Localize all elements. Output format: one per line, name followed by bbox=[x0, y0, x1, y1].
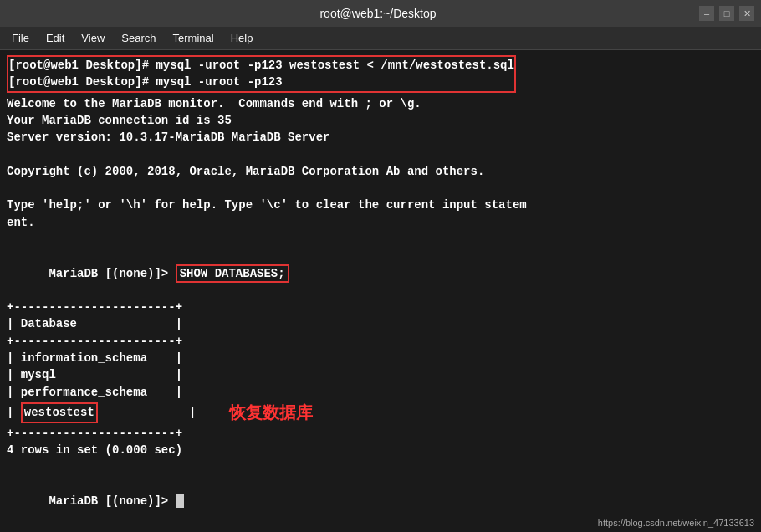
row-westostest-line: | westostest | 恢复数据库 bbox=[7, 401, 754, 425]
restore-button[interactable]: □ bbox=[719, 6, 734, 21]
menu-search[interactable]: Search bbox=[113, 30, 164, 46]
annotation-text: 恢复数据库 bbox=[229, 401, 313, 425]
welcome-line2: Your MariaDB connection id is 35 bbox=[7, 112, 754, 129]
help-line2: ent. bbox=[7, 214, 754, 231]
title-bar: root@web1:~/Desktop – □ ✕ bbox=[0, 0, 761, 27]
cmd-line-1: [root@web1 Desktop]# mysql -uroot -p123 … bbox=[8, 57, 514, 74]
cursor bbox=[176, 494, 184, 508]
table-header: | Database | bbox=[7, 315, 754, 332]
table-bottom: +-----------------------+ bbox=[7, 425, 754, 442]
welcome-line1: Welcome to the MariaDB monitor. Commands… bbox=[7, 95, 754, 112]
blank1 bbox=[7, 146, 754, 162]
mariadb-prompt1: MariaDB [(none)]> bbox=[49, 267, 175, 280]
row-mysql: | mysql | bbox=[7, 366, 754, 383]
final-prompt-line: MariaDB [(none)]> bbox=[7, 476, 754, 514]
table-div: +-----------------------+ bbox=[7, 333, 754, 350]
row-westostest-suffix: | bbox=[98, 404, 197, 421]
row-westostest-prefix: | bbox=[7, 404, 21, 421]
window-controls: – □ ✕ bbox=[699, 6, 754, 21]
welcome-line3: Server version: 10.3.17-MariaDB MariaDB … bbox=[7, 129, 754, 146]
rows-count: 4 rows in set (0.000 sec) bbox=[7, 442, 754, 458]
menu-edit[interactable]: Edit bbox=[38, 30, 73, 46]
close-button[interactable]: ✕ bbox=[739, 6, 754, 21]
row-information-schema: | information_schema | bbox=[7, 350, 754, 366]
show-databases-line: MariaDB [(none)]> SHOW DATABASES; bbox=[7, 248, 754, 299]
table-top: +-----------------------+ bbox=[7, 299, 754, 315]
footer-bar: https://blog.csdn.net/weixin_47133613 bbox=[0, 514, 761, 532]
menu-file[interactable]: File bbox=[3, 30, 38, 46]
westostest-highlight: westostest bbox=[21, 402, 98, 422]
cmd-line-2: [root@web1 Desktop]# mysql -uroot -p123 bbox=[8, 74, 514, 90]
menu-terminal[interactable]: Terminal bbox=[165, 30, 222, 46]
terminal-window: root@web1:~/Desktop – □ ✕ File Edit View… bbox=[0, 0, 761, 532]
terminal-body[interactable]: [root@web1 Desktop]# mysql -uroot -p123 … bbox=[0, 50, 761, 514]
copyright: Copyright (c) 2000, 2018, Oracle, MariaD… bbox=[7, 163, 754, 180]
menu-bar: File Edit View Search Terminal Help bbox=[0, 27, 761, 50]
command-highlight-block: [root@web1 Desktop]# mysql -uroot -p123 … bbox=[7, 55, 516, 93]
menu-help[interactable]: Help bbox=[222, 30, 262, 46]
help-line1: Type 'help;' or '\h' for help. Type '\c'… bbox=[7, 197, 754, 213]
minimize-button[interactable]: – bbox=[699, 6, 714, 21]
mariadb-prompt2: MariaDB [(none)]> bbox=[49, 494, 175, 508]
show-databases-cmd: SHOW DATABASES; bbox=[176, 264, 289, 283]
blank3 bbox=[7, 231, 754, 248]
blank4 bbox=[7, 459, 754, 476]
footer-url: https://blog.csdn.net/weixin_47133613 bbox=[598, 518, 754, 528]
window-title: root@web1:~/Desktop bbox=[57, 7, 699, 20]
menu-view[interactable]: View bbox=[73, 30, 113, 46]
blank2 bbox=[7, 180, 754, 197]
row-performance-schema: | performance_schema | bbox=[7, 384, 754, 401]
